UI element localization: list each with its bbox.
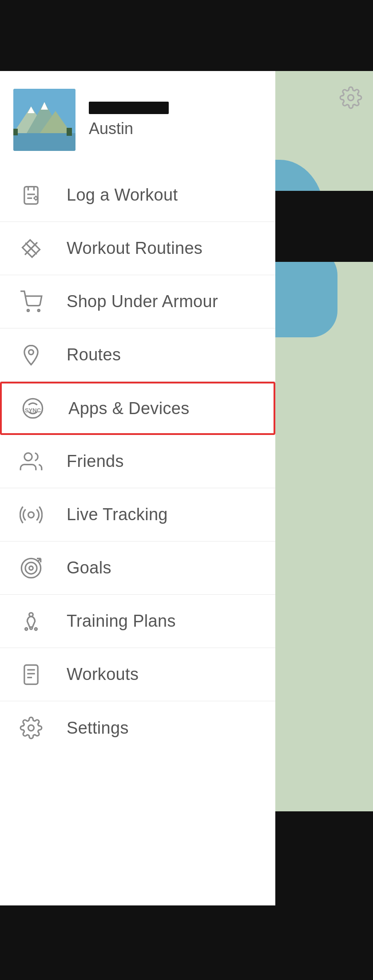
friends-icon — [18, 448, 44, 475]
avatar[interactable] — [13, 89, 75, 151]
svg-point-21 — [28, 512, 34, 518]
user-display-name: Austin — [89, 119, 169, 138]
svg-text:SYNC: SYNC — [25, 407, 41, 414]
menu-list: Log a Workout Workout Routines Shop U — [0, 169, 275, 755]
sidebar-item-live-tracking[interactable]: Live Tracking — [0, 488, 275, 541]
profile-header[interactable]: Austin — [0, 71, 275, 169]
svg-point-36 — [28, 725, 34, 731]
workouts-icon — [18, 661, 44, 688]
gear-icon[interactable] — [337, 84, 364, 111]
svg-point-15 — [27, 309, 29, 311]
sidebar-item-log-workout-label: Log a Workout — [67, 186, 178, 205]
shopping-cart-icon — [18, 288, 44, 315]
sidebar-item-workout-routines[interactable]: Workout Routines — [0, 222, 275, 275]
svg-point-22 — [21, 558, 40, 577]
goals-icon — [18, 555, 44, 581]
settings-icon — [18, 715, 44, 741]
sidebar-drawer: Austin Log a Workout — [0, 71, 275, 905]
svg-point-23 — [25, 562, 37, 574]
svg-point-29 — [25, 628, 28, 630]
sidebar-item-goals-label: Goals — [67, 558, 111, 577]
svg-point-17 — [29, 350, 34, 355]
username-redacted — [89, 102, 169, 114]
svg-point-24 — [29, 566, 33, 570]
sidebar-item-workout-routines-label: Workout Routines — [67, 239, 202, 258]
sidebar-item-training-plans-label: Training Plans — [67, 612, 176, 631]
user-info: Austin — [89, 102, 169, 138]
sidebar-item-friends[interactable]: Friends — [0, 435, 275, 488]
clipboard-edit-icon — [18, 182, 44, 209]
sync-icon: SYNC — [20, 395, 46, 422]
top-bar — [0, 0, 373, 71]
training-plans-icon — [18, 608, 44, 635]
svg-rect-7 — [13, 129, 18, 135]
sidebar-item-log-workout[interactable]: Log a Workout — [0, 169, 275, 222]
svg-point-16 — [38, 309, 40, 311]
location-pin-icon — [18, 342, 44, 368]
sidebar-item-training-plans[interactable]: Training Plans — [0, 595, 275, 648]
sidebar-item-goals[interactable]: Goals — [0, 541, 275, 595]
svg-point-20 — [24, 453, 32, 460]
sidebar-item-apps-devices-label: Apps & Devices — [68, 399, 189, 418]
svg-rect-6 — [13, 133, 75, 151]
sidebar-item-live-tracking-label: Live Tracking — [67, 505, 168, 524]
sidebar-item-shop-label: Shop Under Armour — [67, 292, 218, 311]
svg-rect-9 — [24, 186, 38, 204]
sidebar-item-friends-label: Friends — [67, 452, 124, 471]
sidebar-item-routes[interactable]: Routes — [0, 328, 275, 382]
sidebar-item-workouts-label: Workouts — [67, 665, 139, 684]
sidebar-item-workouts[interactable]: Workouts — [0, 648, 275, 701]
svg-rect-32 — [24, 665, 38, 684]
svg-point-31 — [35, 628, 37, 630]
sidebar-item-apps-devices[interactable]: SYNC Apps & Devices — [0, 382, 275, 435]
sidebar-item-settings-label: Settings — [67, 719, 129, 738]
dumbbell-icon — [18, 235, 44, 262]
sidebar-item-settings[interactable]: Settings — [0, 701, 275, 755]
sidebar-item-shop[interactable]: Shop Under Armour — [0, 275, 275, 328]
svg-point-30 — [30, 627, 32, 629]
sidebar-item-routes-label: Routes — [67, 345, 121, 364]
svg-rect-8 — [67, 128, 72, 136]
live-tracking-icon — [18, 502, 44, 528]
